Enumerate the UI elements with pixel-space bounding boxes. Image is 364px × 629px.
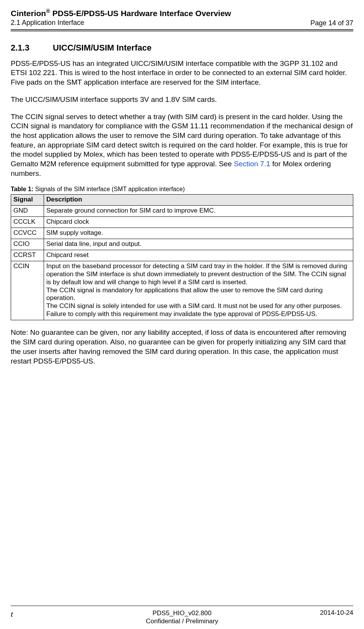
paragraph-3: The CCIN signal serves to detect whether… bbox=[11, 112, 353, 179]
footer-center: PDS5_HIO_v02.800 Confidential / Prelimin… bbox=[57, 609, 307, 626]
table-header-row: Signal Description bbox=[11, 195, 353, 206]
table-caption: Table 1: Signals of the SIM interface (S… bbox=[11, 186, 353, 193]
table-caption-text: Signals of the SIM interface (SMT applic… bbox=[33, 186, 184, 192]
cell-description: SIM supply voltage. bbox=[44, 228, 353, 239]
table-header-description: Description bbox=[44, 195, 353, 206]
cell-description: Chipcard clock bbox=[44, 217, 353, 228]
cell-description: Separate ground connection for SIM card … bbox=[44, 206, 353, 217]
cell-signal: CCRST bbox=[11, 250, 44, 261]
footer-date: 2014-10-24 bbox=[307, 609, 353, 626]
section-number: 2.1.3 bbox=[11, 43, 53, 53]
table-header-signal: Signal bbox=[11, 195, 44, 206]
header-rule-thin bbox=[11, 31, 353, 31]
table-caption-label: Table 1: bbox=[11, 186, 33, 192]
cross-reference-link[interactable]: Section 7.1 bbox=[234, 160, 270, 168]
cell-signal: GND bbox=[11, 206, 44, 217]
cell-signal: CCIO bbox=[11, 239, 44, 250]
header-rule-thick bbox=[11, 29, 353, 30]
table-row: CCRST Chipcard reset bbox=[11, 250, 353, 261]
signals-table: Signal Description GND Separate ground c… bbox=[11, 194, 353, 320]
paragraph-1: PDS5-E/PDS5-US has an integrated UICC/SI… bbox=[11, 59, 353, 87]
ccin-line-2: The CCIN signal is mandatory for applica… bbox=[46, 287, 351, 302]
footer-rule bbox=[11, 606, 353, 606]
footer-classification: Confidential / Preliminary bbox=[57, 617, 307, 625]
header-subtitle: 2.1 Application Interface bbox=[11, 18, 231, 27]
title-prefix: Cinterion bbox=[11, 9, 46, 18]
page-footer: t PDS5_HIO_v02.800 Confidential / Prelim… bbox=[11, 606, 353, 626]
table-row: GND Separate ground connection for SIM c… bbox=[11, 206, 353, 217]
table-row: CCIN Input on the baseband processor for… bbox=[11, 261, 353, 320]
document-title: Cinterion® PDS5-E/PDS5-US Hardware Inter… bbox=[11, 8, 231, 18]
cell-description: Input on the baseband processor for dete… bbox=[44, 261, 353, 320]
page-header: Cinterion® PDS5-E/PDS5-US Hardware Inter… bbox=[11, 8, 353, 28]
header-left: Cinterion® PDS5-E/PDS5-US Hardware Inter… bbox=[11, 8, 231, 27]
table-row: CCVCC SIM supply voltage. bbox=[11, 228, 353, 239]
table-row: CCIO Serial data line, input and output. bbox=[11, 239, 353, 250]
footer-left: t bbox=[11, 609, 57, 626]
ccin-line-3: The CCIN signal is solely intended for u… bbox=[46, 302, 351, 318]
paragraph-note: Note: No guarantee can be given, nor any… bbox=[11, 328, 353, 366]
section-title: UICC/SIM/USIM Interface bbox=[53, 43, 152, 52]
footer-row: t PDS5_HIO_v02.800 Confidential / Prelim… bbox=[11, 609, 353, 626]
footer-doc-id: PDS5_HIO_v02.800 bbox=[57, 609, 307, 617]
ccin-line-1: Input on the baseband processor for dete… bbox=[46, 262, 351, 286]
section-heading: 2.1.3UICC/SIM/USIM Interface bbox=[11, 43, 353, 53]
cell-signal: CCVCC bbox=[11, 228, 44, 239]
cell-signal: CCCLK bbox=[11, 217, 44, 228]
cell-description: Serial data line, input and output. bbox=[44, 239, 353, 250]
paragraph-2: The UICC/SIM/USIM interface supports 3V … bbox=[11, 95, 353, 105]
title-suffix: PDS5-E/PDS5-US Hardware Interface Overvi… bbox=[50, 9, 231, 18]
cell-description: Chipcard reset bbox=[44, 250, 353, 261]
registered-mark: ® bbox=[46, 8, 50, 14]
page-indicator: Page 14 of 37 bbox=[310, 19, 353, 27]
cell-signal: CCIN bbox=[11, 261, 44, 320]
table-row: CCCLK Chipcard clock bbox=[11, 217, 353, 228]
